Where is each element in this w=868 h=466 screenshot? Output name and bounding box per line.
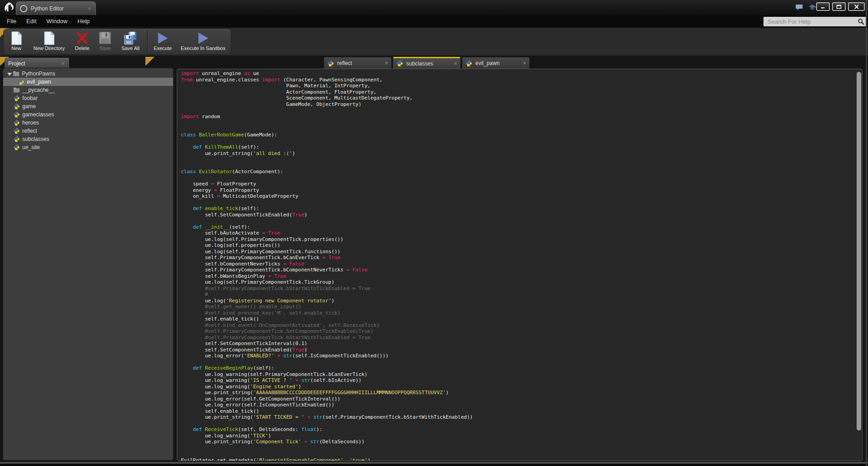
toolbar-button-label: Delete (75, 45, 90, 51)
close-icon[interactable]: × (454, 60, 457, 67)
folder-icon (13, 87, 20, 93)
menu-item-file[interactable]: File (2, 15, 21, 28)
tree-item-heroes[interactable]: heroes (3, 119, 173, 127)
code-line: SceneComponent, MulticastDelegatePropert… (181, 95, 856, 101)
code-line: #self.bind_event('OnComponentActivated',… (181, 322, 856, 329)
execute-sandbox-icon (196, 30, 210, 46)
new-directory-button[interactable]: New Directory (28, 29, 70, 54)
window-edge (866, 0, 867, 466)
menu-item-edit[interactable]: Edit (21, 15, 41, 28)
tree-item-label: __pycache__ (22, 86, 55, 94)
toolbar-button-label: New Directory (33, 45, 65, 51)
tree-item-label: gameclasses (22, 110, 54, 119)
close-icon[interactable]: × (385, 60, 388, 66)
python-icon (13, 103, 20, 110)
save-all-button[interactable]: Save All (115, 29, 145, 54)
execute-in-sandbox-button[interactable]: Execute In Sandbox (176, 29, 230, 54)
code-line: import random (181, 114, 856, 120)
editor-tab-label: reflect (337, 60, 385, 66)
execute-button[interactable]: Execute (149, 29, 176, 54)
close-button[interactable] (848, 2, 865, 11)
code-line: ue.log_warning('Engine started') (181, 384, 856, 390)
execute-icon (156, 30, 170, 46)
code-line (181, 451, 856, 457)
close-icon[interactable]: × (523, 60, 526, 66)
chat-bubble-icon[interactable] (795, 4, 803, 11)
save-button[interactable]: Save (95, 29, 115, 54)
code-line: ue.print_string('Component Tick' + str(D… (181, 439, 856, 445)
window-edge (0, 464, 868, 466)
code-line: ue.log_error('ENABLED?' + str(self.IsCom… (181, 353, 856, 359)
tree-item-__pycache__[interactable]: __pycache__ (3, 86, 173, 94)
python-icon (465, 60, 472, 67)
editor-tab-subclasses[interactable]: subclasses× (393, 57, 460, 69)
tree-item-ue_site[interactable]: ue_site (3, 143, 173, 151)
code-line (181, 107, 856, 114)
editor-tabs: reflect×subclasses×evil_pawn× (324, 57, 529, 69)
tree-arrow-icon (7, 71, 12, 76)
tree-item-PythonPawns[interactable]: PythonPawns (3, 70, 173, 78)
code-line (181, 156, 856, 163)
code-line: EvilRotator.set_metadata('BlueprintSpawn… (181, 457, 856, 461)
code-line: def ReceiveBeginPlay(self): (181, 365, 856, 371)
code-line: #self.PrimaryComponentTick.bStartWithTic… (181, 286, 856, 292)
code-line: energy = FloatProperty (181, 187, 856, 194)
code-line: self.PrimaryComponentTick.bComponentNeve… (181, 267, 856, 273)
project-tree: PythonPawnsevil_pawn__pycache__foobargam… (3, 68, 173, 151)
menu-items: FileEditWindowHelp (2, 15, 95, 28)
minimize-button[interactable] (816, 2, 830, 11)
window-tab-python-editor[interactable]: Python Editor × (16, 1, 96, 15)
tree-item-gameclasses[interactable]: gameclasses (3, 110, 173, 119)
tab-circle-icon (20, 5, 27, 12)
code-line: ue.log_error(self.GetComponentTickInterv… (181, 396, 856, 402)
menubar: FileEditWindowHelp (0, 15, 868, 28)
code-line: ue.print_string('AAAAABBBBBCCCCDDDDEEEEF… (181, 390, 856, 396)
tree-item-evil_pawn[interactable]: evil_pawn (3, 78, 173, 86)
editor-tab-reflect[interactable]: reflect× (324, 57, 391, 69)
tree-item-label: subclasses (22, 135, 49, 143)
toolbar-separator (147, 31, 148, 52)
toolbar-button-label: Execute In Sandbox (181, 45, 225, 51)
menu-item-window[interactable]: Window (41, 15, 72, 28)
vertical-scrollbar[interactable] (857, 72, 861, 431)
tree-item-label: reflect (22, 127, 37, 135)
tree-item-subclasses[interactable]: subclasses (3, 135, 173, 143)
code-line: on_kill = MulticastDelegateProperty (181, 193, 856, 200)
editor-tab-evil_pawn[interactable]: evil_pawn× (462, 57, 529, 69)
code-line (181, 126, 856, 132)
education-cap-icon[interactable] (808, 4, 816, 11)
close-icon[interactable]: × (87, 5, 92, 12)
save-icon (98, 30, 112, 46)
code-line: GameMode, ObjectProperty) (181, 101, 856, 108)
close-icon[interactable]: × (60, 60, 65, 67)
tree-item-label: heroes (22, 119, 39, 127)
code-line: Pawn, Material, IntProperty, (181, 83, 856, 89)
toolbar-button-label: New (11, 45, 21, 51)
tree-item-reflect[interactable]: reflect (3, 127, 173, 135)
delete-icon (75, 30, 89, 46)
tree-item-foobar[interactable]: foobar (3, 94, 173, 102)
new-button[interactable]: New (5, 29, 28, 54)
tree-item-game[interactable]: game (3, 102, 173, 110)
code-line: #self.PrimaryComponentTick.bStartWithTic… (181, 335, 856, 341)
maximize-button[interactable] (832, 2, 846, 11)
code-line: class BallerRobotGame(GameMode): (181, 132, 856, 138)
python-icon (13, 111, 20, 118)
code-line: self.bWantsBeginPlay = True (181, 273, 856, 280)
menu-item-help[interactable]: Help (73, 15, 95, 28)
window-controls (816, 2, 865, 11)
search-icon (858, 18, 864, 25)
code-line: self.bComponentNeverTicks = False (181, 261, 856, 267)
code-line (181, 445, 856, 451)
window-title: Python Editor (31, 5, 87, 12)
search-input[interactable] (767, 18, 858, 25)
code-line: ue.log_error(self.IsComponentTickEnabled… (181, 402, 856, 408)
code-editor[interactable]: import unreal_engine as uefrom unreal_en… (177, 69, 856, 461)
code-line: def ReceiveTick(self, DeltaSeconds: floa… (181, 426, 856, 433)
delete-button[interactable]: Delete (70, 29, 95, 54)
editor-tab-label: evil_pawn (475, 60, 523, 66)
help-search-box[interactable] (763, 17, 866, 26)
toolbar-button-label: Save All (121, 45, 140, 51)
tree-item-label: PythonPawns (22, 70, 55, 78)
titlebar[interactable]: Python Editor × (0, 0, 868, 15)
